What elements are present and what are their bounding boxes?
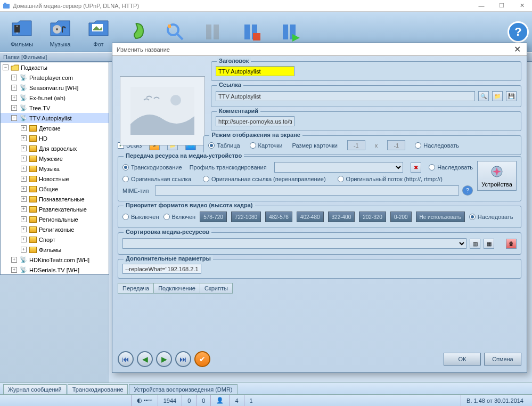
prio-range-btn[interactable]: 322-400 bbox=[328, 212, 355, 222]
expand-icon[interactable]: + bbox=[21, 206, 27, 212]
tree-subitem[interactable]: +HD bbox=[1, 133, 109, 143]
help-button[interactable]: ? bbox=[508, 21, 529, 43]
tree-subitem[interactable]: +Новостные bbox=[1, 174, 109, 184]
expand-icon[interactable]: + bbox=[21, 237, 27, 242]
tree-subitem[interactable]: +Религиозные bbox=[1, 224, 109, 234]
prio-nouse-btn[interactable]: Не использовать bbox=[416, 212, 465, 222]
toolbar-search[interactable] bbox=[157, 19, 194, 45]
sort-btn-2[interactable]: ▦ bbox=[484, 239, 494, 249]
display-cards-radio[interactable]: Карточки bbox=[250, 142, 283, 149]
res-inherit-radio[interactable]: Наследовать bbox=[429, 164, 473, 170]
tree-item[interactable]: +📡HDSerials.TV [WH] bbox=[1, 265, 109, 275]
toolbar-media1[interactable] bbox=[195, 19, 232, 45]
expand-icon[interactable]: + bbox=[11, 105, 17, 111]
expand-icon[interactable]: + bbox=[21, 226, 27, 232]
expand-icon[interactable]: + bbox=[21, 186, 27, 192]
nav-last-button[interactable]: ⏭ bbox=[175, 351, 191, 367]
prio-on-radio[interactable]: Включен bbox=[163, 214, 196, 220]
sort-select[interactable] bbox=[122, 238, 466, 249]
expand-icon[interactable]: + bbox=[21, 176, 27, 182]
bottom-tab-transcoding[interactable]: Транскодирование bbox=[68, 384, 128, 394]
tree-subitem[interactable]: +Развлекательные bbox=[1, 204, 109, 214]
sort-remove-icon[interactable]: 🗑 bbox=[506, 239, 517, 249]
expand-icon[interactable]: + bbox=[21, 166, 27, 172]
collapse-icon[interactable]: − bbox=[3, 64, 9, 70]
expand-icon[interactable]: + bbox=[21, 125, 27, 131]
expand-icon[interactable]: + bbox=[11, 95, 17, 101]
nav-apply-button[interactable]: ✔ bbox=[194, 351, 210, 367]
tree-subitem[interactable]: +Фильмы bbox=[1, 245, 109, 255]
expand-icon[interactable]: + bbox=[21, 156, 27, 161]
res-orig-link-redir-radio[interactable]: Оригинальная ссылка (перенаправление) bbox=[203, 176, 326, 182]
expand-icon[interactable]: + bbox=[21, 247, 27, 253]
expand-icon[interactable]: + bbox=[21, 216, 27, 222]
title-input[interactable] bbox=[216, 66, 294, 76]
cancel-button[interactable]: Отмена bbox=[484, 353, 521, 366]
expand-icon[interactable]: + bbox=[11, 267, 17, 273]
tree-subitem[interactable]: +Региональные bbox=[1, 214, 109, 224]
tree-item[interactable]: +📡Ex-fs.net (wh) bbox=[1, 93, 109, 103]
res-orig-stream-radio[interactable]: Оригинальный поток (http://, rtmp://) bbox=[338, 176, 443, 182]
tree-subitem[interactable]: +Музыка bbox=[1, 164, 109, 174]
bottom-tab-log[interactable]: Журнал сообщений bbox=[3, 384, 67, 394]
maximize-button[interactable]: ☐ bbox=[494, 1, 510, 11]
card-height-input[interactable] bbox=[387, 140, 405, 150]
transcoding-profile-select[interactable] bbox=[274, 162, 404, 173]
prio-range-btn[interactable]: 722-1080 bbox=[231, 212, 261, 222]
link-search-icon[interactable]: 🔍 bbox=[478, 91, 489, 101]
prio-inherit-radio[interactable]: Наследовать bbox=[469, 214, 513, 220]
folders-tree[interactable]: − Подкасты +📡Pirateplayer.com +📡Seasonva… bbox=[0, 62, 109, 275]
prio-range-btn[interactable]: 202-320 bbox=[359, 212, 386, 222]
tree-subitem[interactable]: +Для взрослых bbox=[1, 143, 109, 153]
nav-next-button[interactable]: ▶ bbox=[156, 351, 172, 367]
mime-help-icon[interactable]: ? bbox=[462, 185, 473, 196]
tree-subitem[interactable]: +Детские bbox=[1, 123, 109, 133]
profile-delete-icon[interactable]: ✖ bbox=[411, 163, 421, 173]
tree-item-selected[interactable]: −📡TTV Autoplaylist bbox=[1, 113, 109, 123]
toolbar-media3[interactable] bbox=[272, 19, 309, 45]
toolbar-settings[interactable] bbox=[118, 19, 155, 45]
comment-input[interactable] bbox=[216, 116, 294, 126]
sort-btn-1[interactable]: ▥ bbox=[470, 239, 480, 249]
tab-connection[interactable]: Подключение bbox=[153, 283, 200, 294]
tab-transfer[interactable]: Передача bbox=[118, 283, 154, 294]
prio-range-btn[interactable]: 578-720 bbox=[200, 212, 227, 222]
prio-off-radio[interactable]: Выключен bbox=[122, 214, 159, 220]
link-browse-icon[interactable]: 📁 bbox=[492, 91, 503, 101]
res-transcoding-radio[interactable]: Транскодирование bbox=[122, 164, 182, 170]
expand-icon[interactable]: + bbox=[11, 75, 17, 80]
devices-button[interactable]: Устройства bbox=[477, 161, 517, 191]
link-input[interactable] bbox=[216, 91, 475, 101]
minimize-button[interactable]: — bbox=[473, 1, 489, 11]
expand-icon[interactable]: + bbox=[11, 85, 17, 91]
display-inherit-radio[interactable]: Наследовать bbox=[415, 142, 459, 149]
link-save-icon[interactable]: 💾 bbox=[506, 91, 517, 101]
additional-params-input[interactable] bbox=[122, 264, 201, 274]
tree-subitem[interactable]: +Общие bbox=[1, 184, 109, 194]
expand-icon[interactable]: + bbox=[11, 257, 17, 263]
nav-first-button[interactable]: ⏮ bbox=[118, 351, 134, 367]
tree-item[interactable]: +📡Tree.TV bbox=[1, 103, 109, 113]
display-table-radio[interactable]: Таблица bbox=[208, 142, 240, 149]
tree-item[interactable]: +📡Pirateplayer.com bbox=[1, 72, 109, 83]
dialog-close-button[interactable]: ✕ bbox=[512, 44, 522, 55]
close-button[interactable]: ✕ bbox=[514, 1, 530, 11]
toolbar-media2[interactable] bbox=[233, 19, 271, 45]
collapse-icon[interactable]: − bbox=[11, 115, 17, 121]
toolbar-music[interactable]: Музыка bbox=[42, 15, 79, 48]
prio-range-btn[interactable]: 482-576 bbox=[265, 212, 292, 222]
nav-prev-button[interactable]: ◀ bbox=[137, 351, 153, 367]
ok-button[interactable]: ОК bbox=[444, 353, 481, 366]
prio-range-btn[interactable]: 0-200 bbox=[390, 212, 412, 222]
bottom-tab-dmr[interactable]: Устройства воспроизведения (DMR) bbox=[129, 384, 237, 394]
tree-item[interactable]: +📡Seasonvar.ru [WH] bbox=[1, 83, 109, 93]
tree-item[interactable]: +📡HDKinoTeatr.com [WH] bbox=[1, 255, 109, 265]
toolbar-movies[interactable]: Фильмы bbox=[3, 15, 40, 48]
tree-subitem[interactable]: +Спорт bbox=[1, 234, 109, 245]
expand-icon[interactable]: + bbox=[21, 135, 27, 141]
expand-icon[interactable]: + bbox=[21, 145, 27, 151]
tree-subitem[interactable]: +Мужские bbox=[1, 153, 109, 164]
prio-range-btn[interactable]: 402-480 bbox=[297, 212, 324, 222]
tab-scripts[interactable]: Скрипты bbox=[200, 283, 233, 294]
card-width-input[interactable] bbox=[347, 140, 365, 150]
